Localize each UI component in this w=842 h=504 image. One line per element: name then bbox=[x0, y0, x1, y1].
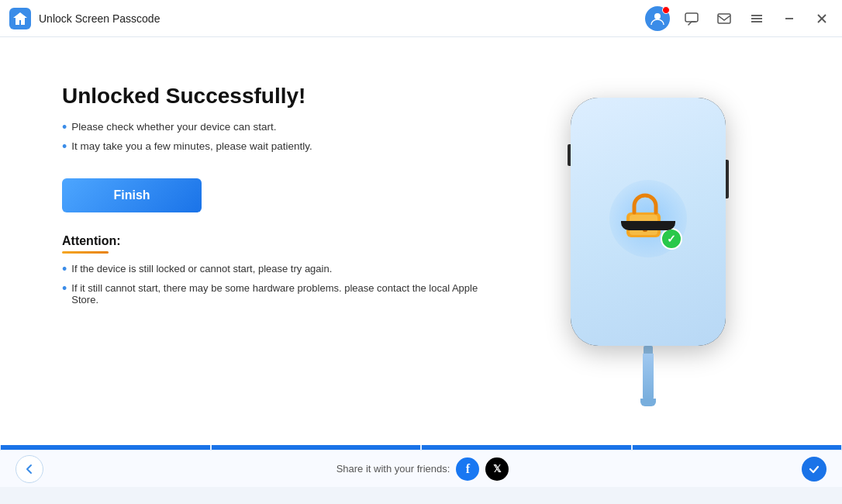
success-title: Unlocked Successfully! bbox=[62, 84, 501, 109]
window-title: Unlock Screen Passcode bbox=[39, 12, 645, 25]
bullet-text-1: Please check whether your device can sta… bbox=[71, 121, 276, 133]
progress-seg-1 bbox=[1, 445, 210, 450]
phone-body bbox=[571, 98, 726, 346]
close-button[interactable] bbox=[811, 8, 833, 29]
window-controls bbox=[645, 6, 833, 31]
phone-side-button bbox=[726, 160, 729, 198]
progress-seg-2 bbox=[212, 445, 421, 450]
finish-button[interactable]: Finish bbox=[62, 178, 202, 212]
attention-bullets: • If the device is still locked or canno… bbox=[62, 263, 501, 312]
share-label: Share it with your friends: bbox=[336, 463, 450, 475]
share-area: Share it with your friends: f 𝕏 bbox=[336, 457, 509, 481]
check-badge bbox=[661, 228, 682, 250]
phone-illustration bbox=[571, 98, 726, 400]
info-bullets: • Please check whether your device can s… bbox=[62, 121, 501, 160]
right-panel bbox=[501, 68, 795, 430]
menu-button[interactable] bbox=[746, 8, 768, 29]
minimize-button[interactable] bbox=[778, 8, 800, 29]
progress-seg-4 bbox=[633, 445, 842, 450]
phone-screen bbox=[571, 98, 726, 346]
title-bar: Unlock Screen Passcode bbox=[0, 0, 842, 37]
bottom-bar: Share it with your friends: f 𝕏 bbox=[0, 450, 842, 487]
facebook-button[interactable]: f bbox=[456, 457, 479, 481]
home-icon[interactable] bbox=[9, 8, 31, 29]
facebook-icon: f bbox=[466, 462, 470, 476]
avatar-button[interactable] bbox=[645, 6, 670, 31]
attention-dot-2: • bbox=[62, 281, 67, 295]
bullet-item-2: • It may take you a few minutes, please … bbox=[62, 140, 501, 154]
svg-rect-2 bbox=[685, 13, 698, 22]
back-button[interactable] bbox=[16, 455, 43, 483]
left-panel: Unlocked Successfully! • Please check wh… bbox=[62, 68, 501, 430]
lock-icon-wrapper bbox=[617, 188, 679, 250]
attention-text-2: If it still cannot start, there may be s… bbox=[71, 282, 501, 306]
phone-cable bbox=[643, 354, 654, 400]
attention-dot-1: • bbox=[62, 262, 67, 276]
twitter-button[interactable]: 𝕏 bbox=[485, 457, 509, 481]
main-content: Unlocked Successfully! • Please check wh… bbox=[0, 37, 842, 445]
bullet-dot-2: • bbox=[62, 140, 67, 154]
complete-icon bbox=[802, 457, 826, 482]
svg-rect-3 bbox=[718, 14, 730, 23]
attention-item-1: • If the device is still locked or canno… bbox=[62, 263, 501, 276]
svg-point-1 bbox=[654, 13, 661, 19]
progress-seg-3 bbox=[422, 445, 631, 450]
attention-text-1: If the device is still locked or cannot … bbox=[71, 263, 332, 274]
bullet-dot-1: • bbox=[62, 120, 67, 134]
mail-button[interactable] bbox=[713, 8, 735, 29]
chat-button[interactable] bbox=[681, 8, 702, 29]
bullet-text-2: It may take you a few minutes, please wa… bbox=[71, 140, 312, 152]
attention-underline bbox=[62, 251, 109, 254]
bullet-item-1: • Please check whether your device can s… bbox=[62, 121, 501, 134]
attention-item-2: • If it still cannot start, there may be… bbox=[62, 282, 501, 306]
notification-badge bbox=[662, 6, 670, 14]
attention-title: Attention: bbox=[62, 234, 501, 248]
phone-notch bbox=[621, 221, 675, 230]
twitter-icon: 𝕏 bbox=[493, 463, 501, 475]
